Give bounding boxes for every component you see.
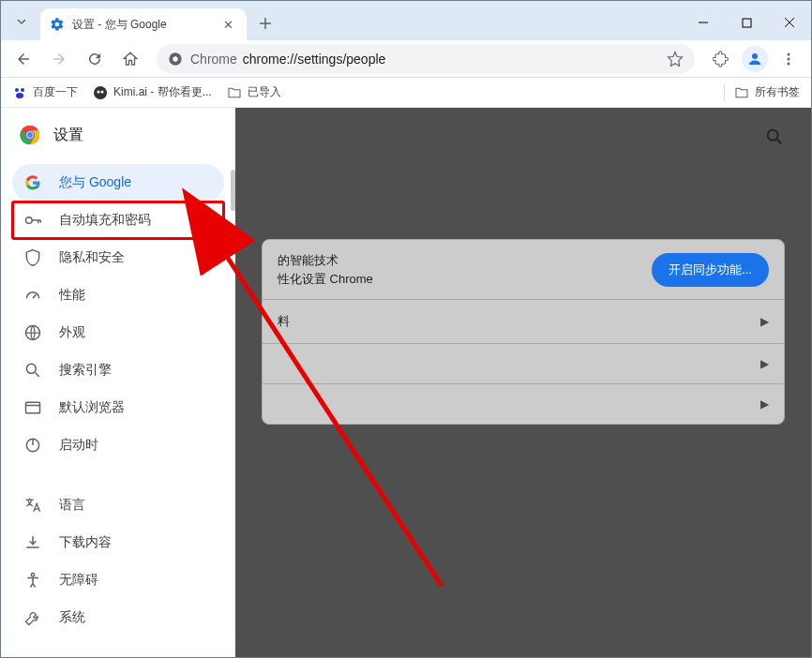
bookmark-label: 百度一下 <box>33 84 78 100</box>
svg-point-8 <box>21 88 24 92</box>
card-header: 的智能技术 性化设置 Chrome 开启同步功能... <box>263 240 784 299</box>
browser-toolbar: Chromechrome://settings/people <box>1 40 811 78</box>
sidebar-item-label: 默认浏览器 <box>59 399 125 416</box>
chevron-right-icon: ▶ <box>760 357 769 370</box>
card-row[interactable]: ▶ <box>263 383 784 424</box>
folder-icon <box>734 85 749 100</box>
svg-point-3 <box>752 53 758 59</box>
svg-point-5 <box>788 57 790 60</box>
google-g-icon <box>23 173 42 192</box>
menu-button[interactable] <box>774 44 804 74</box>
sidebar-item-privacy-security[interactable]: 隐私和安全 <box>12 239 224 277</box>
accessibility-icon <box>23 571 42 590</box>
wrench-icon <box>23 608 42 627</box>
minimize-button[interactable] <box>682 5 725 40</box>
sidebar-item-accessibility[interactable]: 无障碍 <box>12 561 224 599</box>
close-window-button[interactable] <box>768 5 811 40</box>
search-icon <box>23 361 42 380</box>
svg-point-2 <box>173 56 177 61</box>
sidebar-item-downloads[interactable]: 下载内容 <box>12 524 224 561</box>
svg-point-4 <box>788 52 790 55</box>
all-bookmarks-button[interactable]: 所有书签 <box>734 84 800 100</box>
url-text: Chromechrome://settings/people <box>190 52 385 67</box>
bookmarks-bar: 百度一下 Kimi.ai - 帮你看更... 已导入 所有书签 <box>1 78 811 108</box>
translate-icon <box>23 496 42 515</box>
sidebar-item-languages[interactable]: 语言 <box>12 486 224 524</box>
all-bookmarks-label: 所有书签 <box>755 84 800 100</box>
kimi-icon <box>93 85 108 100</box>
bookmark-baidu[interactable]: 百度一下 <box>12 84 78 100</box>
svg-point-6 <box>788 62 790 65</box>
sidebar-item-label: 语言 <box>59 497 85 514</box>
search-settings-button[interactable] <box>764 127 785 147</box>
svg-point-10 <box>94 86 107 99</box>
reload-button[interactable] <box>80 44 110 74</box>
extensions-button[interactable] <box>706 44 736 74</box>
download-icon <box>23 533 42 552</box>
svg-point-16 <box>27 132 33 138</box>
svg-point-11 <box>98 90 100 93</box>
card-row[interactable]: ▶ <box>263 343 784 383</box>
svg-rect-0 <box>743 19 751 27</box>
svg-point-9 <box>16 93 23 98</box>
sidebar-item-label: 隐私和安全 <box>59 249 125 266</box>
card-row[interactable]: 料 ▶ <box>263 299 784 343</box>
separator <box>724 84 725 101</box>
forward-button[interactable] <box>44 44 74 74</box>
browser-tab[interactable]: 设置 - 您与 Google ✕ <box>40 8 247 40</box>
settings-sidebar: 设置 您与 Google 自动填充和密码 隐私和安全 性能 外观 <box>1 108 235 657</box>
profile-button[interactable] <box>742 46 768 72</box>
browser-icon <box>23 323 42 342</box>
svg-point-19 <box>26 364 36 373</box>
bookmark-kimi[interactable]: Kimi.ai - 帮你看更... <box>93 84 212 100</box>
sidebar-item-label: 下载内容 <box>59 534 112 551</box>
sidebar-item-autofill-passwords[interactable]: 自动填充和密码 <box>12 202 224 239</box>
sidebar-item-search-engine[interactable]: 搜索引擎 <box>12 351 224 389</box>
sidebar-item-default-browser[interactable]: 默认浏览器 <box>12 389 224 426</box>
window-controls <box>682 5 811 40</box>
baidu-icon <box>12 85 27 100</box>
card-row-label: 料 <box>278 313 290 330</box>
svg-point-17 <box>26 217 33 224</box>
sidebar-item-performance[interactable]: 性能 <box>12 277 224 314</box>
bookmark-label: Kimi.ai - 帮你看更... <box>113 84 212 100</box>
sidebar-items: 您与 Google 自动填充和密码 隐私和安全 性能 外观 搜索引擎 <box>1 158 235 636</box>
bookmark-star-icon[interactable] <box>667 51 684 67</box>
maximize-button[interactable] <box>725 5 768 40</box>
bookmark-imported-folder[interactable]: 已导入 <box>227 84 281 100</box>
sidebar-item-label: 搜索引擎 <box>59 362 112 379</box>
sync-card: 的智能技术 性化设置 Chrome 开启同步功能... 料 ▶ ▶ ▶ <box>262 239 785 425</box>
tabs-dropdown-button[interactable] <box>8 8 35 35</box>
bookmark-label: 已导入 <box>248 84 281 100</box>
home-button[interactable] <box>115 44 145 74</box>
sidebar-item-label: 自动填充和密码 <box>59 212 151 229</box>
svg-point-7 <box>15 88 19 92</box>
sidebar-item-on-startup[interactable]: 启动时 <box>12 426 224 464</box>
address-bar[interactable]: Chromechrome://settings/people <box>157 44 695 74</box>
folder-icon <box>227 85 242 100</box>
svg-point-12 <box>101 90 104 93</box>
sidebar-item-you-google[interactable]: 您与 Google <box>12 164 224 202</box>
key-icon <box>23 211 42 230</box>
sidebar-item-system[interactable]: 系统 <box>12 599 224 636</box>
window-titlebar: 设置 - 您与 Google ✕ <box>1 1 811 40</box>
back-button[interactable] <box>8 44 38 74</box>
sidebar-item-label: 您与 Google <box>59 174 131 191</box>
chrome-logo-icon <box>20 125 40 145</box>
new-tab-button[interactable] <box>252 10 278 37</box>
chrome-icon <box>168 52 183 67</box>
sidebar-header: 设置 <box>1 108 235 158</box>
enable-sync-button[interactable]: 开启同步功能... <box>652 253 769 287</box>
gear-icon <box>50 17 65 32</box>
tab-close-button[interactable]: ✕ <box>219 16 237 34</box>
card-header-text: 的智能技术 性化设置 Chrome <box>278 251 373 288</box>
sidebar-item-label: 性能 <box>59 287 85 304</box>
sidebar-title: 设置 <box>53 126 83 145</box>
sidebar-item-label: 系统 <box>59 609 85 626</box>
window-icon <box>23 398 42 417</box>
sidebar-scrollbar[interactable] <box>231 170 235 211</box>
chevron-right-icon: ▶ <box>760 315 769 328</box>
chevron-right-icon: ▶ <box>760 397 769 411</box>
main-panel: 的智能技术 性化设置 Chrome 开启同步功能... 料 ▶ ▶ ▶ <box>235 108 811 657</box>
sidebar-item-appearance[interactable]: 外观 <box>12 314 224 351</box>
